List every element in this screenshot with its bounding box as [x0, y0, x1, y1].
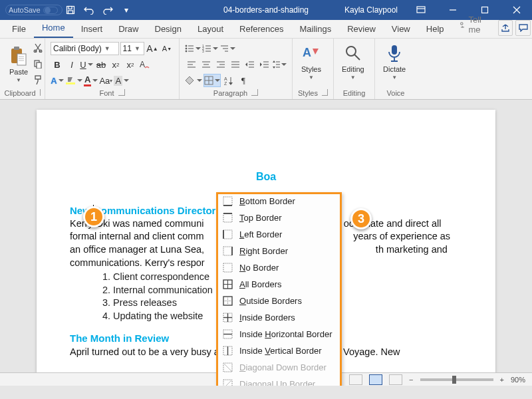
- multilevel-list-icon[interactable]: [219, 42, 235, 55]
- menu-item-top[interactable]: Top Border: [217, 209, 341, 226]
- clipboard-launcher-icon[interactable]: [40, 89, 41, 96]
- tab-file[interactable]: File: [4, 21, 34, 38]
- cut-icon[interactable]: [31, 41, 45, 55]
- subscript-icon[interactable]: x2: [109, 58, 122, 71]
- align-right-icon[interactable]: [214, 58, 227, 71]
- bold-icon[interactable]: B: [51, 58, 64, 71]
- menu-item-right[interactable]: Right Border: [217, 243, 341, 259]
- group-paragraph: 123 AZ ¶ Paragraph: [180, 39, 293, 99]
- show-marks-icon[interactable]: ¶: [237, 74, 250, 87]
- shading-icon[interactable]: [185, 74, 202, 87]
- svg-rect-80: [223, 247, 232, 255]
- align-center-icon[interactable]: [200, 58, 213, 71]
- char-shading-icon[interactable]: A: [114, 74, 129, 87]
- close-icon[interactable]: [501, 0, 532, 20]
- font-color-icon[interactable]: A: [84, 74, 98, 87]
- svg-marker-53: [245, 63, 247, 66]
- svg-rect-78: [223, 230, 232, 239]
- dictate-button[interactable]: Dictate▼: [380, 41, 408, 82]
- styles-launcher-icon[interactable]: [322, 89, 328, 96]
- zoom-level[interactable]: 90%: [511, 376, 525, 384]
- svg-text:3: 3: [202, 49, 204, 53]
- group-clipboard: Paste ▼ Clipboard: [0, 39, 45, 99]
- line-spacing-icon[interactable]: [273, 58, 287, 71]
- view-web-icon[interactable]: [389, 374, 402, 385]
- clear-formatting-icon[interactable]: A: [138, 58, 152, 71]
- menu-item-left[interactable]: Left Border: [217, 226, 341, 243]
- grow-font-icon[interactable]: A▲: [146, 42, 159, 55]
- increase-indent-icon[interactable]: [258, 58, 271, 71]
- account-name[interactable]: Kayla Claypool: [344, 5, 398, 15]
- svg-point-9: [460, 23, 462, 25]
- change-case-icon[interactable]: Aa▾: [99, 74, 112, 87]
- autosave-toggle[interactable]: AutoSave: [5, 5, 63, 15]
- tab-layout[interactable]: Layout: [190, 21, 231, 38]
- menu-item-inside[interactable]: Inside Borders: [217, 309, 341, 326]
- zoom-in-icon[interactable]: +: [500, 376, 504, 384]
- font-name-select[interactable]: Calibri (Body)▼: [51, 42, 119, 55]
- tab-help[interactable]: Help: [418, 21, 452, 38]
- format-painter-icon[interactable]: [31, 73, 45, 86]
- tab-insert[interactable]: Insert: [73, 21, 111, 38]
- comments-button[interactable]: [515, 20, 531, 36]
- copy-icon[interactable]: [31, 57, 45, 70]
- editing-button[interactable]: Editing▼: [339, 41, 367, 82]
- view-read-icon[interactable]: [349, 374, 362, 385]
- redo-icon[interactable]: [102, 4, 114, 16]
- border-icon-inside: [222, 313, 233, 323]
- align-left-icon[interactable]: [185, 58, 198, 71]
- paste-button[interactable]: Paste ▼: [5, 44, 32, 84]
- tab-review[interactable]: Review: [339, 21, 384, 38]
- justify-icon[interactable]: [229, 58, 242, 71]
- svg-rect-82: [223, 263, 232, 272]
- numbering-icon[interactable]: 123: [202, 42, 218, 55]
- font-launcher-icon[interactable]: [118, 89, 125, 96]
- document-area[interactable]: Boa New Communications Director Kerry Ok…: [0, 100, 532, 386]
- svg-rect-6: [482, 7, 488, 13]
- tab-home[interactable]: Home: [34, 19, 73, 38]
- borders-button[interactable]: [203, 74, 221, 87]
- menu-item-ihoriz[interactable]: Inside Horizontal Border: [217, 326, 341, 342]
- share-button[interactable]: [498, 20, 513, 36]
- decrease-indent-icon[interactable]: [243, 58, 257, 71]
- menu-item-bottom[interactable]: Bottom Border: [217, 193, 341, 209]
- text-effects-icon[interactable]: A: [51, 74, 64, 87]
- menu-item-ivert[interactable]: Inside Vertical Border: [217, 342, 341, 359]
- sort-icon[interactable]: AZ: [222, 74, 235, 87]
- menu-item-outside[interactable]: Outside Borders: [217, 293, 341, 309]
- italic-icon[interactable]: I: [65, 58, 78, 71]
- group-editing: Editing▼ Editing: [334, 39, 375, 99]
- superscript-icon[interactable]: x2: [124, 58, 137, 71]
- paragraph-launcher-icon[interactable]: [251, 89, 258, 96]
- doc-heading-1: Boa: [70, 170, 462, 184]
- tab-mailings[interactable]: Mailings: [292, 21, 340, 38]
- border-icon-outside: [222, 296, 233, 307]
- view-print-icon[interactable]: [369, 374, 382, 385]
- zoom-out-icon[interactable]: −: [409, 376, 413, 384]
- svg-point-23: [186, 45, 187, 47]
- border-icon-bottom: [222, 196, 233, 207]
- shrink-font-icon[interactable]: A▼: [160, 42, 174, 55]
- ribbon-display-icon[interactable]: [406, 0, 436, 20]
- highlight-icon[interactable]: [65, 74, 82, 87]
- menu-item-all[interactable]: All Borders: [217, 276, 341, 293]
- minimize-icon[interactable]: [438, 0, 468, 20]
- font-size-select[interactable]: 11▼: [120, 42, 144, 55]
- menu-item-no[interactable]: No Border: [217, 259, 341, 276]
- tab-draw[interactable]: Draw: [110, 21, 146, 38]
- undo-icon[interactable]: [83, 4, 95, 16]
- maximize-icon[interactable]: [469, 0, 500, 20]
- zoom-slider[interactable]: [420, 378, 493, 381]
- svg-rect-20: [35, 76, 41, 79]
- underline-icon[interactable]: U: [80, 58, 93, 71]
- strikethrough-icon[interactable]: ab: [94, 58, 108, 71]
- tab-design[interactable]: Design: [147, 21, 190, 38]
- border-icon-ivert: [222, 346, 233, 356]
- styles-button[interactable]: A Styles▼: [298, 41, 325, 82]
- bullets-icon[interactable]: [185, 42, 201, 55]
- tab-view[interactable]: View: [384, 21, 418, 38]
- tab-references[interactable]: References: [231, 21, 291, 38]
- qat-customize-icon[interactable]: ▾: [120, 4, 132, 16]
- save-icon[interactable]: [65, 4, 76, 16]
- menu-item-ddown: Diagonal Down Border: [217, 359, 341, 376]
